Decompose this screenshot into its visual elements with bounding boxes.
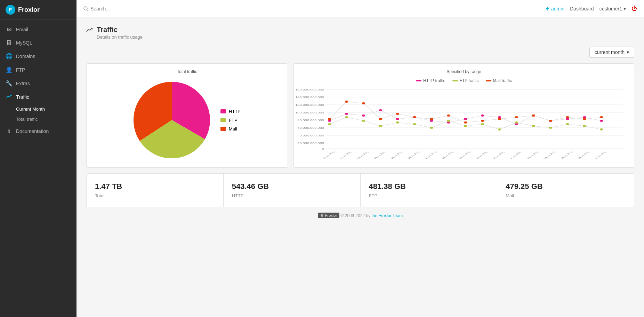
- svg-point-24: [379, 109, 382, 111]
- svg-line-1: [87, 10, 88, 11]
- svg-point-70: [583, 118, 586, 120]
- sidebar-sub-current-month[interactable]: Current Month: [16, 104, 77, 114]
- stat-ftp: 481.38 GB FTP: [361, 174, 498, 207]
- svg-point-66: [515, 116, 518, 118]
- svg-text:80.000.000.000: 80.000.000.000: [297, 119, 324, 122]
- svg-point-61: [430, 118, 433, 120]
- svg-text:160.000.000.000: 160.000.000.000: [295, 88, 324, 91]
- search-wrap: [83, 6, 541, 11]
- stat-value-total: 1.47 TB: [95, 182, 215, 191]
- svg-text:09.11.2022: 09.11.2022: [458, 151, 472, 160]
- line-chart-legend: HTTP traffic FTP traffic Mail traffic: [299, 78, 628, 83]
- chevron-down-icon: ▾: [627, 49, 629, 55]
- footer-logo-icon: F: [320, 214, 324, 217]
- content-area: Traffic Details on traffic usage current…: [77, 17, 644, 317]
- sidebar-item-traffic[interactable]: Traffic: [0, 90, 77, 104]
- svg-text:05.11.2022: 05.11.2022: [390, 151, 404, 160]
- svg-point-67: [532, 114, 535, 117]
- sidebar-item-domains[interactable]: 🌐 Domains: [0, 49, 77, 63]
- legend-mail-line: Mail traffic: [486, 78, 512, 83]
- svg-point-41: [379, 125, 382, 127]
- stat-value-mail: 479.25 GB: [506, 182, 626, 191]
- svg-point-40: [362, 120, 365, 122]
- footer-brand: F Froxlor: [318, 213, 339, 218]
- svg-point-64: [481, 120, 484, 122]
- legend-ftp: FTP: [220, 118, 241, 123]
- sidebar-item-extras[interactable]: 🔧 Extras: [0, 77, 77, 90]
- svg-point-69: [566, 116, 569, 118]
- sidebar-label-extras: Extras: [16, 81, 30, 86]
- extras-icon: 🔧: [6, 80, 13, 87]
- topbar-right: admin Dashboard customer1 ▾ ⏻: [545, 6, 637, 12]
- svg-point-65: [498, 118, 501, 120]
- svg-point-29: [464, 118, 467, 120]
- main-content: admin Dashboard customer1 ▾ ⏻ Traffic De…: [77, 0, 644, 317]
- filter-dropdown[interactable]: current month ▾: [589, 47, 634, 58]
- svg-point-55: [328, 118, 331, 120]
- svg-text:F: F: [321, 215, 323, 217]
- svg-point-48: [498, 128, 501, 130]
- legend-color-ftp: [220, 118, 226, 122]
- svg-text:17.11.2022: 17.11.2022: [594, 151, 608, 160]
- svg-point-62: [447, 114, 450, 117]
- stat-label-ftp: FTP: [369, 193, 489, 198]
- svg-text:120.000.000.000: 120.000.000.000: [295, 104, 324, 106]
- power-icon[interactable]: ⏻: [631, 6, 637, 12]
- sidebar-item-email[interactable]: ✉ Email: [0, 23, 77, 36]
- svg-point-59: [396, 113, 399, 115]
- page-header-text: Traffic Details on traffic usage: [97, 26, 143, 40]
- svg-point-52: [566, 123, 569, 125]
- svg-point-53: [583, 125, 586, 127]
- svg-text:02.11.2022: 02.11.2022: [339, 151, 353, 160]
- legend-label-http: HTTP: [229, 109, 241, 114]
- sidebar-item-documentation[interactable]: ℹ Documentation: [0, 124, 77, 138]
- legend-dot-ftp: [452, 80, 458, 81]
- sidebar-item-mysql[interactable]: 🗄 MySQL: [0, 36, 77, 49]
- svg-text:04.11.2022: 04.11.2022: [373, 151, 387, 160]
- sidebar-item-ftp[interactable]: 👤 FTP: [0, 63, 77, 77]
- svg-point-0: [84, 7, 87, 10]
- legend-label-ftp: FTP: [229, 118, 238, 123]
- svg-point-60: [413, 116, 416, 118]
- logo-icon: F: [6, 5, 15, 15]
- svg-text:01.11.2022: 01.11.2022: [322, 151, 336, 160]
- stat-mail: 479.25 GB Mail: [497, 174, 634, 207]
- stats-row: 1.47 TB Total 543.46 GB HTTP 481.38 GB F…: [86, 173, 634, 207]
- ftp-icon: 👤: [6, 66, 13, 73]
- legend-dot-http: [416, 80, 421, 81]
- svg-text:20.000.000.000: 20.000.000.000: [297, 142, 324, 145]
- svg-text:12.11.2022: 12.11.2022: [509, 151, 523, 160]
- svg-point-50: [532, 125, 535, 127]
- pie-container: HTTP FTP Mail: [92, 78, 282, 162]
- pie-chart-title: Total traffic: [92, 69, 282, 74]
- svg-point-44: [430, 127, 433, 129]
- search-icon: [83, 6, 88, 11]
- sidebar-traffic-sub: Current Month Total traffic: [0, 104, 77, 124]
- svg-point-38: [328, 123, 331, 125]
- topbar-dashboard[interactable]: Dashboard: [570, 6, 594, 11]
- svg-text:08.11.2022: 08.11.2022: [441, 151, 455, 160]
- topbar-user[interactable]: customer1 ▾: [599, 6, 626, 11]
- legend-label-mail: Mail: [229, 126, 237, 132]
- footer: F Froxlor © 2009-2022 by the Froxlor Tea…: [86, 207, 634, 224]
- svg-point-46: [464, 125, 467, 127]
- filter-row: current month ▾: [86, 47, 634, 58]
- footer-team-link[interactable]: the Froxlor Team: [371, 213, 403, 218]
- back-icon: [545, 6, 550, 11]
- svg-text:10.11.2022: 10.11.2022: [475, 151, 489, 160]
- mysql-icon: 🗄: [6, 40, 13, 46]
- line-chart-svg: 160.000.000.000 140.000.000.000 120.000.…: [299, 86, 628, 156]
- legend-color-mail: [220, 127, 226, 131]
- sidebar-label-mysql: MySQL: [16, 40, 32, 46]
- svg-point-71: [600, 116, 603, 118]
- charts-row: Total traffic HTTP: [86, 63, 634, 168]
- line-chart-card: Specified by range HTTP traffic FTP traf…: [293, 63, 634, 168]
- svg-text:13.11.2022: 13.11.2022: [526, 151, 540, 160]
- legend-mail: Mail: [220, 126, 241, 132]
- page-title: Traffic: [97, 26, 143, 34]
- search-input[interactable]: [90, 6, 160, 11]
- sidebar-sub-total-traffic[interactable]: Total traffic: [16, 114, 77, 124]
- svg-text:15.11.2022: 15.11.2022: [560, 151, 574, 160]
- svg-point-57: [362, 102, 365, 104]
- pie-legend: HTTP FTP Mail: [220, 109, 241, 132]
